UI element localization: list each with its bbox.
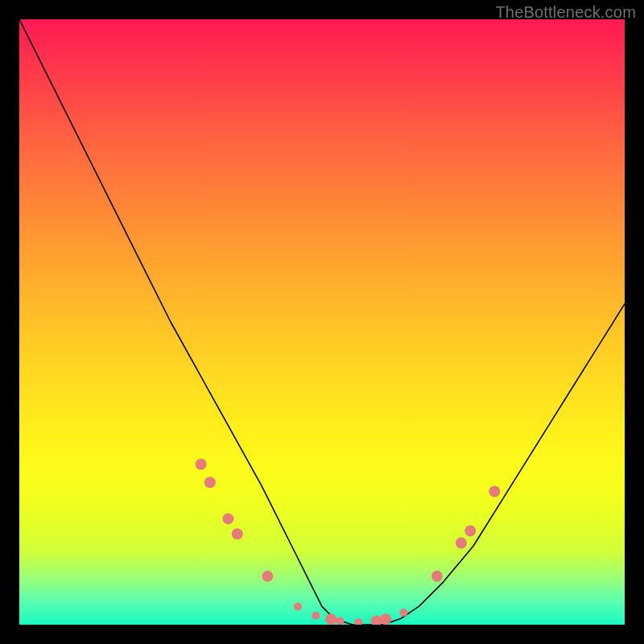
marker-dot: [380, 613, 391, 625]
marker-dot: [262, 571, 273, 582]
marker-dot: [232, 528, 243, 539]
marker-dot: [312, 612, 320, 620]
chart-svg: [19, 19, 625, 625]
marker-dot: [400, 609, 408, 617]
marker-dot: [489, 486, 500, 497]
marker-dot: [325, 613, 336, 625]
watermark-text: TheBottleneck.com: [495, 3, 636, 22]
marker-dot: [354, 618, 362, 625]
marker-dot: [464, 525, 476, 536]
plot-area: [19, 19, 625, 625]
chart-frame: TheBottleneck.com: [0, 0, 644, 644]
marker-dot: [204, 477, 216, 488]
marker-dot: [294, 602, 302, 610]
marker-dot: [196, 459, 207, 470]
curve-path: [19, 19, 625, 625]
marker-dot: [336, 617, 345, 625]
marker-dot: [222, 513, 233, 524]
marker-dot: [456, 537, 467, 548]
marker-dot: [431, 571, 443, 582]
